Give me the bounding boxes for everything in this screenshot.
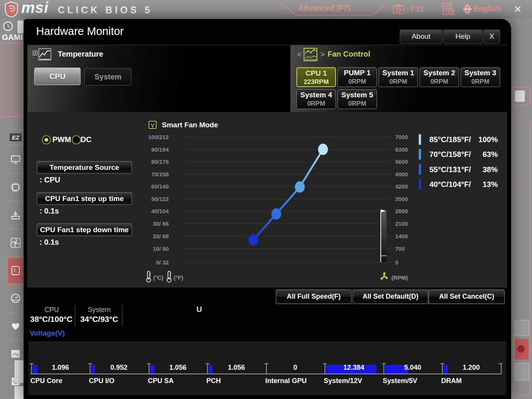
partial-gray-box xyxy=(515,363,529,380)
voltage-value: 0 xyxy=(266,364,325,372)
msi-shield-logo-icon xyxy=(4,1,19,17)
fan-curve-point-40c[interactable] xyxy=(249,234,258,245)
voltage-label: System/5V xyxy=(383,377,417,385)
heart-icon xyxy=(11,321,21,331)
fan-name: System 5 xyxy=(338,90,377,100)
sidebar-item-hardware-monitor[interactable] xyxy=(8,257,24,284)
temperature-source-value: : CPU xyxy=(40,176,60,184)
cpu-icon xyxy=(11,182,21,192)
voltage-label: CPU Core xyxy=(30,377,62,385)
voltage-label: PCH xyxy=(206,377,221,385)
fan-prev-arrow[interactable]: < xyxy=(297,50,302,59)
pwm-radio[interactable] xyxy=(42,135,51,144)
divider xyxy=(138,112,138,287)
fan-name: System 4 xyxy=(297,90,336,100)
fan-curve-line xyxy=(253,149,323,240)
voltage-value: 5.040 xyxy=(383,364,442,372)
voltage-label: Internal GPU xyxy=(265,377,307,385)
step-down-time-value: : 0.1s xyxy=(40,238,59,247)
step-up-time-button[interactable]: CPU Fan1 step up time xyxy=(37,192,132,205)
fan-curve-point-70c[interactable] xyxy=(295,181,305,193)
fan-rpm: 0RPM xyxy=(379,78,418,86)
status-system-value: 34°C/93°C xyxy=(74,315,124,324)
rpm-fan-icon xyxy=(379,271,389,281)
partial-panel xyxy=(17,21,24,33)
smart-fan-checkbox[interactable]: V xyxy=(149,121,157,129)
language-globe-icon[interactable] xyxy=(463,5,472,14)
fan-name: System 3 xyxy=(461,68,500,78)
step-down-time-button[interactable]: CPU Fan1 step down time xyxy=(37,223,132,236)
fan-button-pump1[interactable]: PUMP 1 0RPM xyxy=(337,67,377,87)
ez-mode-button[interactable]: EZ xyxy=(8,129,24,145)
celsius-unit-label: (°C) xyxy=(153,274,163,281)
all-set-cancel-button[interactable]: All Set Cancel(C) xyxy=(429,290,505,304)
fan-name: PUMP 1 xyxy=(338,68,377,78)
background-red-panel xyxy=(1,43,22,117)
dc-radio[interactable] xyxy=(72,135,81,144)
sidebar-item-install[interactable] xyxy=(8,202,24,228)
image-icon xyxy=(11,349,21,358)
legend-color-70c xyxy=(419,149,421,160)
temperature-source-button[interactable]: Temperature Source xyxy=(37,161,132,174)
sidebar-item-gauge[interactable] xyxy=(8,285,24,312)
fan-rpm: 0RPM xyxy=(461,78,500,86)
partial-panel xyxy=(14,386,24,399)
all-set-default-button[interactable]: All Set Default(D) xyxy=(353,290,428,304)
bios-close-button[interactable]: ✕ xyxy=(514,4,522,15)
msi-click-bios: msi CLICK BIOS 5 Advanced (F7) : F12 Eng… xyxy=(0,0,532,399)
dialog-title: Hardware Monitor xyxy=(36,25,124,38)
dialog-close-button[interactable]: X xyxy=(483,30,500,44)
smart-fan-label: Smart Fan Mode xyxy=(162,121,218,129)
advanced-mode-button[interactable]: Advanced (F7) xyxy=(284,4,364,13)
divider xyxy=(122,306,122,326)
temperature-title: Temperature xyxy=(58,50,103,59)
status-system-label: System xyxy=(77,306,121,314)
fan-button-system2[interactable]: System 2 0RPM xyxy=(420,67,459,87)
partial-red-button xyxy=(515,339,529,359)
fan-next-arrow[interactable]: > xyxy=(320,50,325,59)
voltage-value: 0.952 xyxy=(90,364,148,372)
fan-button-system1[interactable]: System 1 0RPM xyxy=(378,67,418,87)
fan-button-system4[interactable]: System 4 0RPM xyxy=(296,89,336,109)
status-cpu-label: CPU xyxy=(30,306,74,314)
bios-log-icon[interactable] xyxy=(442,3,455,16)
legend-color-40c xyxy=(419,179,421,190)
tab-system[interactable]: System xyxy=(84,68,131,86)
legend-temp-85c: 85°C/185°F/ xyxy=(429,135,471,144)
gauge-icon xyxy=(11,293,21,303)
tab-cpu[interactable]: CPU xyxy=(34,68,81,85)
fan-button-cpu1[interactable]: CPU 1 223RPM xyxy=(296,67,336,87)
fan-speed-slider[interactable] xyxy=(380,211,386,262)
sidebar-item-monitor[interactable] xyxy=(8,146,24,173)
legend-color-55c xyxy=(419,164,421,175)
legend-pct-85c: 100% xyxy=(467,135,498,144)
help-button[interactable]: Help xyxy=(443,30,483,44)
sidebar-item-favorites[interactable] xyxy=(8,313,24,339)
fan-name: System 1 xyxy=(379,68,418,78)
fan-curve-point-85c[interactable] xyxy=(318,144,328,155)
all-full-speed-button[interactable]: All Full Speed(F) xyxy=(276,290,352,304)
fan-button-system5[interactable]: System 5 0RPM xyxy=(337,89,377,109)
install-icon xyxy=(11,210,21,220)
clock-icon xyxy=(3,21,13,31)
fahrenheit-unit-label: (°F) xyxy=(174,274,183,281)
about-button[interactable]: About xyxy=(400,30,442,44)
voltage-label: DRAM xyxy=(441,377,462,385)
fan-icon xyxy=(11,238,21,248)
pwm-label: PWM xyxy=(52,135,71,144)
fan-curve-point-55c[interactable] xyxy=(271,208,281,220)
fan-curve-chart xyxy=(182,129,395,270)
language-button[interactable]: English xyxy=(473,5,501,13)
fan-button-system3[interactable]: System 3 0RPM xyxy=(461,67,500,87)
sidebar-item-fan[interactable] xyxy=(8,230,24,256)
fan-rpm: 223RPM xyxy=(297,78,335,86)
screenshot-key-label: : F12 xyxy=(407,5,423,13)
step-up-time-value: : 0.1s xyxy=(40,207,59,215)
sidebar-item-cpu[interactable] xyxy=(8,174,24,201)
legend-pct-40c: 13% xyxy=(467,180,498,189)
legend-temp-55c: 55°C/131°F/ xyxy=(429,165,471,174)
screenshot-camera-icon[interactable] xyxy=(393,4,405,14)
fan-rpm: 0RPM xyxy=(338,78,377,86)
rpm-unit-label: (RPM) xyxy=(391,274,408,281)
partial-red-box xyxy=(513,87,530,106)
